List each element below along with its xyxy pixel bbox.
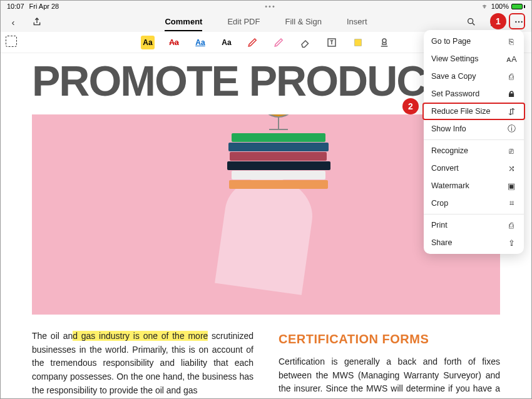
- tab-comment[interactable]: Comment: [165, 13, 202, 31]
- system-dots-icon: •••: [258, 3, 283, 10]
- menu-crop[interactable]: Crop⌗: [424, 194, 524, 212]
- status-time: 10:07: [7, 3, 24, 10]
- highlight-yellow-icon[interactable]: Aa: [141, 36, 155, 49]
- body-text-left: The oil and gas industry is one of the m…: [32, 330, 253, 399]
- underline-icon[interactable]: Aa: [193, 36, 207, 49]
- menu-reduce-file-size[interactable]: Reduce File Size⇵: [422, 103, 525, 120]
- selection-tool-icon[interactable]: [6, 36, 17, 47]
- menu-go-to-page[interactable]: Go to Page⎘: [424, 33, 524, 50]
- menu-recognize[interactable]: Recognize⎚: [424, 142, 524, 159]
- scan-icon: ⎚: [506, 146, 516, 156]
- section-heading: CERTIFICATION FORMS: [279, 330, 500, 349]
- menu-show-info[interactable]: Show Infoⓘ: [424, 120, 524, 138]
- battery-icon: [511, 4, 525, 9]
- svg-rect-9: [355, 39, 362, 46]
- status-date: Fri Apr 28: [29, 3, 59, 10]
- lock-icon: 🔒︎: [506, 89, 516, 99]
- callout-highlight-box: [509, 13, 525, 29]
- compress-icon: ⇵: [506, 107, 516, 116]
- menu-separator: [424, 139, 524, 140]
- app-toolbar: ‹ Comment Edit PDF Fill & Sign Insert: [1, 12, 531, 32]
- share-out-icon: ⇪: [506, 238, 516, 248]
- callout-badge-2: 2: [402, 98, 419, 114]
- strikethrough-icon[interactable]: Aa: [167, 36, 181, 49]
- overflow-menu: Go to Page⎘ View SettingsᴀA Save a Copy⎙…: [424, 30, 524, 254]
- battery-percent: 100%: [491, 3, 509, 10]
- convert-icon: ⤭: [506, 164, 516, 173]
- text-size-icon: ᴀA: [506, 54, 516, 64]
- menu-share[interactable]: Share⇪: [424, 234, 524, 251]
- tab-edit-pdf[interactable]: Edit PDF: [227, 13, 260, 31]
- pen-red-icon[interactable]: [246, 36, 260, 49]
- tab-insert[interactable]: Insert: [347, 13, 367, 31]
- menu-view-settings[interactable]: View SettingsᴀA: [424, 50, 524, 68]
- menu-convert[interactable]: Convert⤭: [424, 159, 524, 177]
- svg-point-10: [382, 39, 386, 43]
- status-bar: 10:07 Fri Apr 28 ••• ᯤ 100%: [1, 1, 531, 12]
- note-icon[interactable]: [351, 36, 365, 49]
- print-icon: ⎙: [506, 221, 516, 230]
- svg-point-0: [468, 19, 473, 24]
- body-text-right: CERTIFICATION FORMS Certification is gen…: [279, 330, 500, 399]
- pen-pink-icon[interactable]: [272, 36, 286, 49]
- share-icon[interactable]: [31, 16, 43, 28]
- stamp-icon[interactable]: [377, 36, 391, 49]
- menu-separator: [424, 214, 524, 215]
- menu-set-password[interactable]: Set Password🔒︎: [424, 85, 524, 103]
- page-icon: ⎘: [506, 37, 516, 46]
- tab-fill-sign[interactable]: Fill & Sign: [285, 13, 322, 31]
- text-style-icon[interactable]: Aa: [220, 36, 233, 49]
- menu-save-copy[interactable]: Save a Copy⎙: [424, 68, 524, 85]
- highlighted-text: d gas industry is one of the more: [73, 331, 208, 341]
- eraser-icon[interactable]: [299, 36, 312, 49]
- callout-badge-1: 1: [490, 13, 506, 29]
- back-icon[interactable]: ‹: [7, 16, 19, 28]
- menu-print[interactable]: Print⎙: [424, 216, 524, 234]
- info-icon: ⓘ: [506, 123, 516, 134]
- watermark-icon: ▣: [506, 181, 516, 191]
- save-icon: ⎙: [506, 72, 516, 81]
- crop-icon: ⌗: [506, 198, 516, 208]
- wifi-icon: ᯤ: [482, 3, 489, 10]
- menu-watermark[interactable]: Watermark▣: [424, 177, 524, 194]
- textbox-icon[interactable]: [325, 36, 339, 49]
- search-icon[interactable]: [465, 16, 478, 28]
